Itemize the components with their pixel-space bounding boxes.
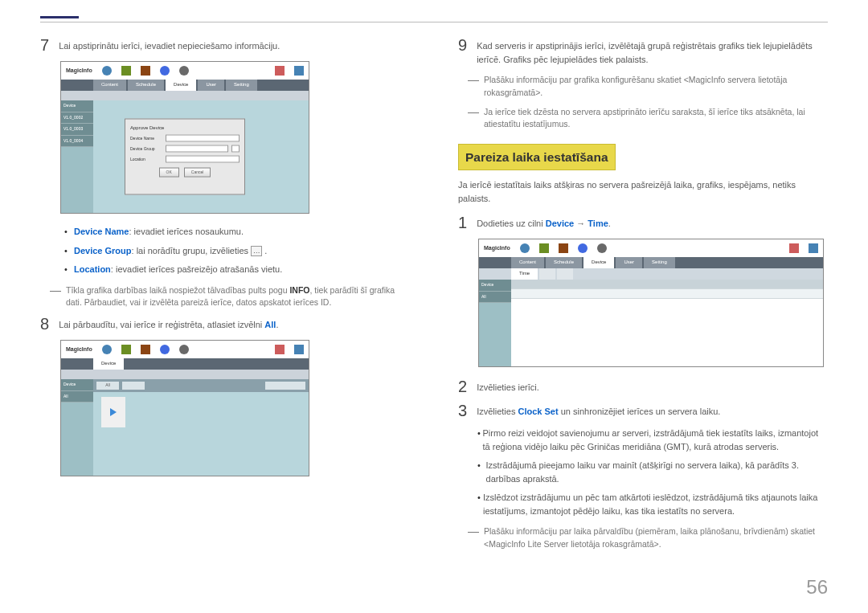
ss-tab: Setting [226,80,257,91]
header-divider [40,22,828,22]
dialog-buttons: OK Cancel [130,168,240,178]
ss-side-item: Device [61,100,93,112]
ss-side-item: V1.0_0003 [61,124,93,136]
calendar-icon [789,243,799,253]
search-chip [265,382,305,390]
ss-tab: Device [583,257,614,268]
header-accent-rule [40,16,79,18]
note-time-management: ― Plašāku informāciju par laika pārvaldī… [468,525,828,551]
ss-subbar [61,91,309,100]
ss-side-item: V1.0_0004 [61,136,93,148]
ss-logo: MagicInfo [66,67,92,76]
page-number: 56 [806,573,828,602]
globe-icon [520,243,530,253]
ss-logo: MagicInfo [484,244,510,253]
bullet-change-time: • Izstrādājumā pieejamo laiku var mainīt… [477,459,828,485]
step-number: 2 [458,378,467,394]
calendar-icon [275,66,285,76]
monitor-icon [141,345,150,354]
dialog-title: Approve Device [130,125,240,132]
arrow: → [574,219,588,228]
ss-tab: User [198,80,224,91]
section-heading-time: Pareiza laika iestatīšana [458,144,616,170]
ss-subbar [61,370,309,379]
bullet-text: Izslēdzot izstrādājumu un pēc tam atkārt… [483,491,828,517]
ss-side-item: V1.0_0002 [61,112,93,125]
ss-tab: Content [511,257,544,268]
bullet-label: Location [74,264,111,274]
ss-side-item: All [479,292,511,304]
field-label: Device Name [130,135,162,141]
step-number: 7 [40,37,49,53]
step-text: Lai apstiprinātu ierīci, ievadiet nepiec… [59,37,280,53]
monitor-icon [141,66,150,76]
browse-icon: … [251,246,262,256]
step-3: 3 Izvēlieties Clock Set un sinhronizējie… [458,403,828,419]
monitor-icon [559,243,568,253]
gear-icon [597,243,607,253]
ss-sidebar: Device All [61,379,93,476]
blue-device: Device [546,219,574,228]
step-text-after: . [276,320,278,329]
ss-tabs: Device [61,358,309,370]
step-9: 9 Kad serveris ir apstiprinājis ierīci, … [458,37,828,66]
ss-sidebar: Device All [479,280,511,367]
ss-toolbar: MagicInfo [479,239,823,257]
screenshot-all-view: MagicInfo Device Device All [60,340,309,476]
bullet-text: Pirmo reizi veidojot savienojumu ar serv… [483,427,828,453]
ss-side-item: Device [61,379,93,391]
step-number: 9 [458,37,467,53]
bullet-rest: : lai norādītu grupu, izvēlieties [132,246,252,255]
ss-subtab [539,268,555,280]
bullet-text: Izstrādājumā pieejamo laiku var mainīt (… [486,459,828,485]
note-text: Plašāku informāciju par grafika konfigur… [484,74,828,100]
ss-tab: Schedule [128,80,164,91]
field-input [166,156,240,163]
field-device-group: Device Group [130,145,240,153]
text-before: Dodieties uz cilni [477,219,546,228]
step-7-bullets: • Device Name: ievadiet ierīces nosaukum… [64,225,410,276]
section-intro: Ja ierīcē iestatītais laiks atšķiras no … [458,178,828,205]
step-number: 3 [458,403,467,419]
ss-tab: User [616,257,642,268]
note-bold: INFO [289,285,309,295]
dash-icon: ― [468,106,484,132]
field-label: Device Group [130,145,162,152]
step-2: 2 Izvēlieties ierīci. [458,378,828,394]
dash-icon: ― [468,74,484,100]
ss-toolbar: MagicInfo [61,62,309,80]
text-after: . [608,219,611,228]
ss-body: Device V1.0_0002 V1.0_0003 V1.0_0004 App… [61,100,309,213]
ss-logo: MagicInfo [66,345,92,354]
dash-icon: ― [468,525,484,551]
dash-icon: ― [50,284,66,310]
filter-chip: All [96,382,119,390]
ss-toolbar: MagicInfo [61,341,309,358]
step-number: 1 [458,215,467,231]
step-text: Izvēlieties ierīci. [477,378,539,394]
bullet-rest: : ievadiet ierīces pašreizējo atrašanās … [111,264,282,274]
play-icon [110,408,117,416]
bullet-label: Device Name [74,227,129,236]
text-before: Izvēlieties [477,407,518,416]
step-7: 7 Lai apstiprinātu ierīci, ievadiet nepi… [40,37,410,53]
ss-tab: Schedule [546,257,582,268]
ss-tab: Setting [644,257,675,268]
bullet-location: • Location: ievadiet ierīces pašreizējo … [64,263,410,276]
gear-icon [179,66,189,76]
bullet-device-group: • Device Group: lai norādītu grupu, izvē… [64,244,410,258]
ss-body: Device All All [61,379,309,476]
screenshot-approve-dialog: MagicInfo Content Schedule Device User S… [60,61,309,214]
browse-btn [231,145,240,153]
ss-subtab: Time [511,268,538,280]
step-8: 8 Lai pārbaudītu, vai ierīce ir reģistrē… [40,316,410,332]
bullet-rest: : ievadiet ierīces nosaukumu. [129,227,244,236]
bullet-gmt: • Pirmo reizi veidojot savienojumu ar se… [477,427,828,453]
step-text: Kad serveris ir apstiprinājis ierīci, iz… [477,37,828,66]
ss-body: Device All [479,280,823,367]
ss-filter-bar: All [93,379,309,392]
field-input [166,135,240,142]
note-magicinfo-manual: ― Plašāku informāciju par grafika konfig… [468,74,828,100]
user-icon [160,345,170,354]
note-pre: Tīkla grafika darbības laikā nospiežot t… [66,285,289,295]
